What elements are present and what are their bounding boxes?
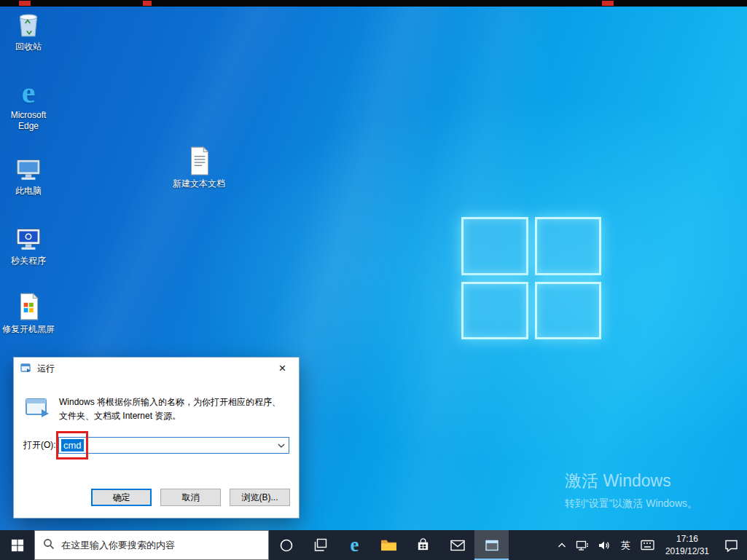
windows-logo-pane [535,282,602,340]
watermark-title: 激活 Windows [565,470,697,492]
desktop-icon-repair-black-screen[interactable]: 修复开机黑屏 [1,291,55,335]
run-dialog: 运行 × Windows 将根据你所输入的名称，为你打开相应的程序、文件夹、文档… [13,357,300,518]
ok-button[interactable]: 确定 [91,489,152,506]
keyboard-icon [641,540,654,551]
cortana-button[interactable] [269,530,303,560]
run-command-value: cmd [61,439,84,451]
taskbar-store-button[interactable] [406,530,440,560]
edge-icon: e [351,535,359,555]
taskbar-search-box[interactable]: 在这里输入你要搜索的内容 [34,530,269,560]
desktop-icon-shutdown-app[interactable]: 秒关程序 [1,223,55,267]
cortana-icon [279,538,294,553]
desktop-icon-this-pc[interactable]: 此电脑 [1,153,55,197]
taskbar-active-run-window[interactable] [474,530,509,560]
top-bar-marker [19,1,31,6]
taskbar-file-explorer-button[interactable] [372,530,406,560]
clock-date: 2019/12/31 [665,545,709,557]
cancel-button[interactable]: 取消 [160,489,221,506]
chevron-up-icon [557,540,567,551]
close-icon[interactable]: × [266,358,299,379]
chevron-down-icon[interactable] [274,438,289,453]
taskbar-mail-button[interactable] [440,530,474,560]
browse-button[interactable]: 浏览(B)... [230,489,290,506]
run-command-combobox[interactable]: cmd [58,437,289,454]
taskbar: 在这里输入你要搜索的内容 e [0,530,747,560]
top-bar-marker [143,1,152,6]
ime-language-indicator[interactable]: 英 [615,530,636,560]
start-button[interactable] [0,530,34,560]
activate-windows-watermark: 激活 Windows 转到“设置”以激活 Windows。 [565,470,697,510]
run-icon [25,395,51,422]
window-icon [485,539,499,552]
desktop-icon-label: 回收站 [15,42,42,52]
desktop-icon-label: 秒关程序 [11,256,46,267]
desktop-icon-label: 修复开机黑屏 [2,324,55,335]
windows-start-icon [11,539,24,552]
windows-logo-pane [461,282,528,340]
desktop-icon-label: 此电脑 [15,186,42,197]
desktop-icon-label: Microsoft Edge [1,110,55,132]
windows-logo-wallpaper [461,217,601,339]
open-label: 打开(O): [23,439,58,451]
run-dialog-title: 运行 [37,363,55,375]
screen-top-bar [0,0,747,7]
windows-logo-pane [535,217,602,275]
windows-logo-pane [461,217,528,275]
taskbar-clock[interactable]: 17:16 2019/12/31 [659,530,716,560]
task-view-button[interactable] [303,530,337,560]
clock-time: 17:16 [676,533,698,545]
show-hidden-icons-button[interactable] [552,530,571,560]
edge-icon: e [13,77,44,108]
run-dialog-icon [20,362,32,376]
desktop-icon-new-text-document[interactable]: 新建文本文档 [172,146,226,189]
action-center-button[interactable] [716,530,747,560]
network-status-button[interactable] [571,530,593,560]
run-dialog-buttons: 确定 取消 浏览(B)... [91,489,290,506]
search-placeholder: 在这里输入你要搜索的内容 [61,539,175,552]
desktop: 回收站 e Microsoft Edge 此电脑 秒关程序 [0,0,747,560]
mail-icon [450,540,465,551]
speaker-icon [598,540,611,551]
document-windows-icon [13,291,44,322]
desktop-icon-label: 新建文本文档 [173,178,225,189]
network-icon [576,540,589,551]
monitor-app-icon [13,223,44,253]
task-view-icon [313,538,327,552]
recycle-bin-icon [13,9,44,39]
top-bar-marker [602,1,614,6]
desktop-icon-recycle-bin[interactable]: 回收站 [1,9,55,52]
desktop-icon-microsoft-edge[interactable]: e Microsoft Edge [1,77,55,132]
search-icon [43,538,55,553]
system-tray: 英 17:16 2019/12/31 [552,530,747,560]
watermark-subtitle: 转到“设置”以激活 Windows。 [565,497,697,510]
run-dialog-description: Windows 将根据你所输入的名称，为你打开相应的程序、文件夹、文档或 Int… [59,395,283,422]
run-dialog-titlebar: 运行 × [14,358,299,379]
volume-button[interactable] [593,530,615,560]
touch-keyboard-button[interactable] [636,530,659,560]
computer-icon [13,153,44,184]
store-icon [416,538,430,552]
action-center-icon [724,539,738,552]
text-file-icon [184,146,214,176]
run-dialog-body: Windows 将根据你所输入的名称，为你打开相应的程序、文件夹、文档或 Int… [14,379,299,519]
folder-icon [380,538,397,552]
open-field-row: 打开(O): cmd [23,437,289,454]
taskbar-edge-button[interactable]: e [337,530,372,560]
